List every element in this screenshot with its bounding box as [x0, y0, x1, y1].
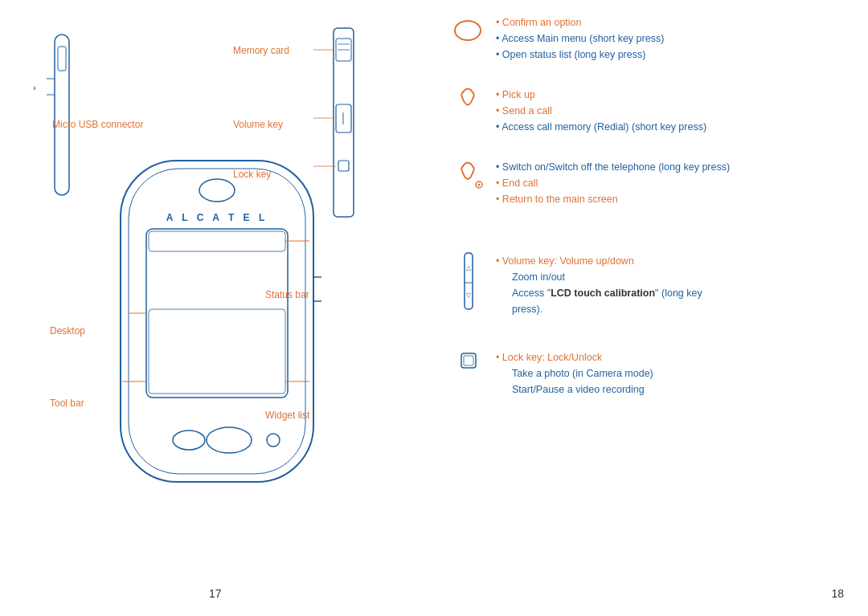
feature-text-lockkey: • Lock key: Lock/Unlock Take a photo (in…	[496, 345, 653, 398]
lockkey-icon	[450, 345, 486, 397]
feature-group-confirm: • Confirm an option • Access Main menu (…	[450, 14, 664, 63]
svg-rect-17	[146, 229, 288, 398]
svg-text:▽: ▽	[466, 292, 472, 299]
svg-point-31	[455, 21, 481, 40]
volume-key-label: Volume key	[233, 119, 283, 130]
page-container: ⌁ Micro USB connector Memory card Volume…	[0, 0, 868, 616]
feature-group-endcall: • Switch on/Switch off the telephone (lo…	[450, 159, 730, 207]
svg-rect-15	[121, 161, 313, 482]
tool-bar-label: Tool bar	[50, 398, 84, 409]
volume-icon: △ ▽	[450, 249, 486, 316]
feature-group-lockkey: • Lock key: Lock/Unlock Take a photo (in…	[450, 345, 653, 398]
feature-text-confirm: • Confirm an option • Access Main menu (…	[496, 14, 664, 63]
svg-text:△: △	[466, 264, 472, 271]
svg-point-23	[207, 427, 252, 453]
feature-text-volume: • Volume key: Volume up/down Zoom in/out…	[496, 249, 702, 317]
svg-point-24	[267, 434, 280, 447]
svg-rect-1	[58, 47, 66, 71]
svg-point-21	[199, 179, 235, 202]
svg-rect-39	[464, 356, 473, 365]
feature-group-pickup: • Pick up • Send a call • Access call me…	[450, 87, 706, 135]
feature-text-endcall: • Switch on/Switch off the telephone (lo…	[496, 159, 730, 207]
confirm-icon	[450, 14, 486, 50]
svg-rect-11	[338, 161, 349, 171]
svg-text:⌁: ⌁	[31, 86, 39, 91]
memory-card-label: Memory card	[233, 45, 289, 56]
pickup-icon	[450, 87, 486, 130]
feature-text-pickup: • Pick up • Send a call • Access call me…	[496, 87, 706, 135]
page-number-left: 17	[209, 587, 222, 600]
micro-usb-label: Micro USB connector	[52, 119, 143, 130]
svg-rect-19	[149, 309, 285, 394]
phone-main-svg: A L C A T E L	[104, 153, 330, 498]
feature-group-volume: △ ▽ • Volume key: Volume up/down Zoom in…	[450, 249, 702, 317]
svg-rect-0	[55, 35, 69, 195]
desktop-label: Desktop	[50, 325, 85, 337]
svg-rect-34	[465, 253, 473, 309]
svg-point-33	[478, 184, 481, 186]
right-section: • Confirm an option • Access Main menu (…	[434, 0, 868, 616]
page-number-right: 18	[831, 587, 844, 600]
endcall-icon	[450, 159, 486, 206]
svg-rect-18	[149, 231, 285, 251]
left-section: ⌁ Micro USB connector Memory card Volume…	[0, 0, 434, 616]
svg-text:A L C A T E L: A L C A T E L	[166, 212, 268, 223]
svg-point-22	[173, 430, 205, 450]
